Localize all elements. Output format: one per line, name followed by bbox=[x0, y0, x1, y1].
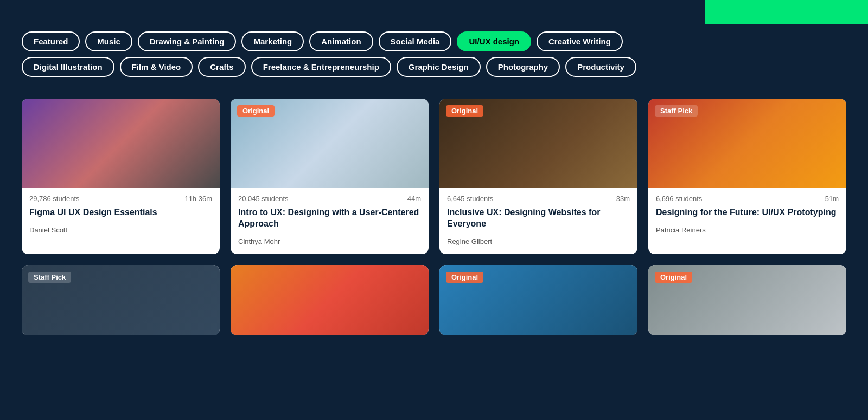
course-author: Regine Gilbert bbox=[447, 237, 630, 245]
course-title: Designing for the Future: UI/UX Prototyp… bbox=[656, 207, 839, 218]
course-badge: Original bbox=[446, 105, 483, 117]
filter-pill-ui-ux-design[interactable]: UI/UX design bbox=[457, 31, 531, 51]
filter-pill-digital-illustration[interactable]: Digital Illustration bbox=[22, 57, 114, 77]
course-thumbnail bbox=[231, 265, 429, 335]
course-students: 29,786 students bbox=[29, 195, 80, 203]
course-meta: 6,645 students33m bbox=[447, 195, 630, 203]
course-card[interactable]: Original6,645 students33mInclusive UX: D… bbox=[439, 99, 637, 254]
course-badge: Original bbox=[655, 272, 692, 283]
course-meta: 29,786 students11h 36m bbox=[29, 195, 212, 203]
filter-row-2: Digital IllustrationFilm & VideoCraftsFr… bbox=[22, 57, 846, 77]
course-badge: Staff Pick bbox=[655, 105, 698, 117]
page-header bbox=[0, 0, 868, 26]
filters-section: FeaturedMusicDrawing & PaintingMarketing… bbox=[0, 26, 868, 93]
filter-pill-music[interactable]: Music bbox=[85, 31, 132, 51]
cta-button[interactable] bbox=[705, 0, 868, 24]
course-title: Figma UI UX Design Essentials bbox=[29, 207, 212, 218]
filter-pill-film---video[interactable]: Film & Video bbox=[120, 57, 193, 77]
course-badge: Staff Pick bbox=[28, 272, 71, 283]
filter-pill-crafts[interactable]: Crafts bbox=[198, 57, 245, 77]
course-title: Intro to UX: Designing with a User-Cente… bbox=[238, 207, 421, 230]
course-title: Inclusive UX: Designing Websites for Eve… bbox=[447, 207, 630, 230]
course-meta: 6,696 students51m bbox=[656, 195, 839, 203]
filter-pill-creative-writing[interactable]: Creative Writing bbox=[537, 31, 623, 51]
filter-row-1: FeaturedMusicDrawing & PaintingMarketing… bbox=[22, 31, 846, 51]
course-author: Cinthya Mohr bbox=[238, 237, 421, 245]
course-students: 20,045 students bbox=[238, 195, 289, 203]
course-meta: 20,045 students44m bbox=[238, 195, 421, 203]
filter-pill-freelance---entrepreneurship[interactable]: Freelance & Entrepreneurship bbox=[251, 57, 391, 77]
filter-pill-drawing---painting[interactable]: Drawing & Painting bbox=[138, 31, 237, 51]
course-thumbnail: Staff Pick bbox=[22, 265, 220, 335]
course-card[interactable]: Original bbox=[648, 265, 846, 335]
course-duration: 51m bbox=[825, 195, 839, 203]
course-duration: 33m bbox=[616, 195, 630, 203]
filter-pill-featured[interactable]: Featured bbox=[22, 31, 80, 51]
filter-pill-animation[interactable]: Animation bbox=[309, 31, 373, 51]
course-author: Patricia Reiners bbox=[656, 226, 839, 234]
course-card[interactable] bbox=[231, 265, 429, 335]
course-students: 6,696 students bbox=[656, 195, 702, 203]
course-card[interactable]: 29,786 students11h 36mFigma UI UX Design… bbox=[22, 99, 220, 254]
course-author: Daniel Scott bbox=[29, 226, 212, 234]
course-duration: 11h 36m bbox=[184, 195, 212, 203]
course-card[interactable]: Original20,045 students44mIntro to UX: D… bbox=[231, 99, 429, 254]
filter-pill-graphic-design[interactable]: Graphic Design bbox=[397, 57, 481, 77]
course-info: 6,696 students51mDesigning for the Futur… bbox=[648, 188, 846, 243]
course-card[interactable]: Staff Pick bbox=[22, 265, 220, 335]
course-duration: 44m bbox=[407, 195, 421, 203]
course-thumbnail: Original bbox=[439, 99, 637, 188]
course-info: 29,786 students11h 36mFigma UI UX Design… bbox=[22, 188, 220, 243]
course-thumbnail: Original bbox=[648, 265, 846, 335]
course-card[interactable]: Staff Pick6,696 students51mDesigning for… bbox=[648, 99, 846, 254]
course-badge: Original bbox=[237, 105, 275, 117]
course-students: 6,645 students bbox=[447, 195, 493, 203]
filter-pill-social-media[interactable]: Social Media bbox=[379, 31, 452, 51]
filter-pill-productivity[interactable]: Productivity bbox=[565, 57, 636, 77]
course-thumbnail: Original bbox=[231, 99, 429, 188]
course-thumbnail: Staff Pick bbox=[648, 99, 846, 188]
courses-grid: 29,786 students11h 36mFigma UI UX Design… bbox=[0, 93, 868, 341]
course-thumbnail: Original bbox=[439, 265, 637, 335]
course-card[interactable]: Original bbox=[439, 265, 637, 335]
course-info: 6,645 students33mInclusive UX: Designing… bbox=[439, 188, 637, 254]
course-thumbnail bbox=[22, 99, 220, 188]
filter-pill-photography[interactable]: Photography bbox=[486, 57, 560, 77]
filter-pill-marketing[interactable]: Marketing bbox=[241, 31, 304, 51]
course-info: 20,045 students44mIntro to UX: Designing… bbox=[231, 188, 429, 254]
course-badge: Original bbox=[446, 272, 483, 283]
